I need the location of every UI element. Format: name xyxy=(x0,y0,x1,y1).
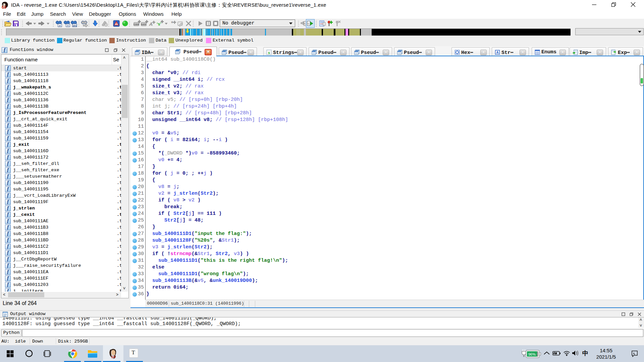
svg-text:s: s xyxy=(268,51,270,55)
svg-text:CODE: CODE xyxy=(133,23,139,25)
svg-text:64: 64 xyxy=(111,355,116,359)
svg-text:101: 101 xyxy=(73,24,77,27)
svg-text:96%: 96% xyxy=(528,352,536,356)
svg-text:*: * xyxy=(171,20,173,26)
svg-text:A: A xyxy=(496,51,498,54)
svg-text:T: T xyxy=(67,24,69,27)
svg-text:#: # xyxy=(59,24,61,27)
svg-text:A: A xyxy=(149,21,153,27)
svg-text:‘s’: ‘s’ xyxy=(157,22,161,26)
svg-text:C: C xyxy=(308,22,310,25)
svg-text:DATA: DATA xyxy=(141,23,147,25)
svg-text:64: 64 xyxy=(2,5,6,9)
